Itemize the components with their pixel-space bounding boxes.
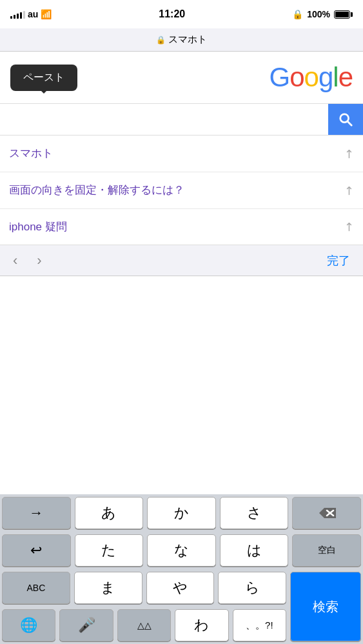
suggestion-arrow-1: ↗: [340, 145, 357, 162]
key-ta[interactable]: た: [75, 534, 144, 567]
key-a[interactable]: あ: [75, 497, 144, 529]
suggestion-text-3: iphone 疑問: [9, 219, 339, 235]
key-ra-label: ら: [245, 578, 260, 598]
key-ka[interactable]: か: [147, 497, 216, 529]
suggestion-arrow-2: ↗: [340, 182, 357, 199]
key-punct-label: 、。?!: [246, 619, 273, 632]
status-left: au 📶: [10, 9, 52, 19]
key-return[interactable]: ↩: [2, 534, 71, 567]
done-button[interactable]: 完了: [327, 253, 350, 268]
key-space[interactable]: 空白: [292, 534, 361, 567]
key-search-label: 検索: [313, 598, 338, 616]
key-dakuten-label: △△: [137, 620, 152, 630]
bar2: [14, 15, 15, 19]
logo-g2: g: [319, 62, 333, 92]
key-a-label: あ: [101, 503, 116, 523]
lock-status-icon: 🔒: [292, 9, 303, 19]
key-ta-label: た: [101, 541, 116, 560]
key-globe[interactable]: 🌐: [2, 609, 55, 641]
key-dakuten[interactable]: △△: [117, 609, 171, 641]
keyboard: → あ か さ ↩ た な は: [0, 494, 363, 644]
carrier-label: au: [28, 9, 38, 19]
suggestion-text-1: スマホト: [9, 146, 339, 161]
key-abc[interactable]: ABC: [2, 572, 70, 604]
key-space-label: 空白: [318, 545, 336, 556]
bar1: [10, 16, 12, 19]
status-bar: au 📶 11:20 🔒 100%: [0, 0, 363, 28]
paste-tooltip[interactable]: ペースト: [10, 65, 77, 91]
bar3: [17, 14, 19, 19]
key-na-label: な: [174, 541, 189, 560]
logo-g: G: [270, 62, 290, 92]
search-icon: [338, 112, 353, 126]
logo-o2: o: [304, 62, 319, 92]
status-right: 🔒 100%: [292, 9, 353, 19]
key-ra[interactable]: ら: [218, 572, 286, 604]
key-ya[interactable]: や: [146, 572, 215, 604]
wifi-icon: 📶: [41, 9, 52, 19]
keyboard-rows-34: ABC ま や ら 🌐 🎤: [0, 569, 363, 644]
keyboard-row-1: → あ か さ: [0, 494, 363, 532]
svg-marker-2: [319, 508, 336, 518]
suggestion-arrow-3: ↗: [340, 218, 357, 235]
nav-buttons: ‹ ›: [13, 252, 42, 269]
key-delete[interactable]: [292, 497, 361, 529]
google-header: ペースト Google: [0, 52, 363, 103]
key-arrow[interactable]: →: [2, 497, 71, 529]
key-ma[interactable]: ま: [74, 572, 142, 604]
keyboard-row-2: ↩ た な は 空白: [0, 532, 363, 569]
google-logo: Google: [270, 62, 353, 93]
signal-bars: [10, 10, 25, 19]
suggestions-list: スマホト ↗ 画面の向きを固定・解除するには？ ↗ iphone 疑問 ↗: [0, 136, 363, 245]
battery-percent: 100%: [307, 9, 330, 19]
key-sa[interactable]: さ: [220, 497, 289, 529]
key-ha[interactable]: は: [220, 534, 289, 567]
key-ha-label: は: [247, 541, 262, 560]
url-lock-icon: 🔒: [156, 35, 166, 45]
bar4: [20, 12, 22, 19]
suggestion-item-2[interactable]: 画面の向きを固定・解除するには？ ↗: [0, 172, 363, 209]
url-title: スマホト: [168, 34, 207, 46]
suggestion-text-2: 画面の向きを固定・解除するには？: [9, 183, 339, 198]
key-search[interactable]: 検索: [290, 572, 361, 641]
logo-l: l: [333, 62, 338, 92]
key-ka-label: か: [174, 503, 189, 523]
mic-icon: 🎤: [78, 617, 95, 634]
suggestion-item-3[interactable]: iphone 疑問 ↗: [0, 209, 363, 245]
logo-o1: o: [289, 62, 304, 92]
suggestion-item-1[interactable]: スマホト ↗: [0, 136, 363, 172]
delete-icon: [318, 507, 336, 519]
search-button[interactable]: [328, 104, 363, 135]
key-ma-label: ま: [101, 578, 115, 598]
battery-icon: [334, 10, 353, 19]
key-return-label: ↩: [30, 542, 42, 559]
keyboard-left-cols: ABC ま や ら 🌐 🎤: [0, 569, 288, 644]
keyboard-row-4: 🌐 🎤 △△ わ 、。?!: [0, 607, 288, 644]
url-bar[interactable]: 🔒 スマホト: [0, 28, 363, 52]
time-display: 11:20: [159, 8, 185, 20]
key-punct[interactable]: 、。?!: [233, 609, 286, 641]
key-mic[interactable]: 🎤: [59, 609, 113, 641]
key-na[interactable]: な: [147, 534, 216, 567]
back-button[interactable]: ‹: [13, 252, 17, 269]
keyboard-row-3: ABC ま や ら: [0, 569, 288, 607]
globe-icon: 🌐: [20, 617, 37, 634]
key-abc-label: ABC: [26, 583, 45, 593]
logo-e: e: [338, 62, 353, 92]
key-wa-label: わ: [194, 616, 209, 635]
browser-toolbar: ‹ › 完了: [0, 245, 363, 276]
search-bar[interactable]: [0, 103, 363, 136]
search-input[interactable]: [0, 104, 328, 135]
key-wa[interactable]: わ: [175, 609, 228, 641]
bar5: [23, 11, 25, 19]
forward-button[interactable]: ›: [37, 252, 41, 269]
svg-line-1: [348, 121, 351, 125]
key-arrow-label: →: [29, 505, 43, 521]
key-ya-label: や: [173, 578, 188, 598]
key-sa-label: さ: [247, 503, 262, 523]
